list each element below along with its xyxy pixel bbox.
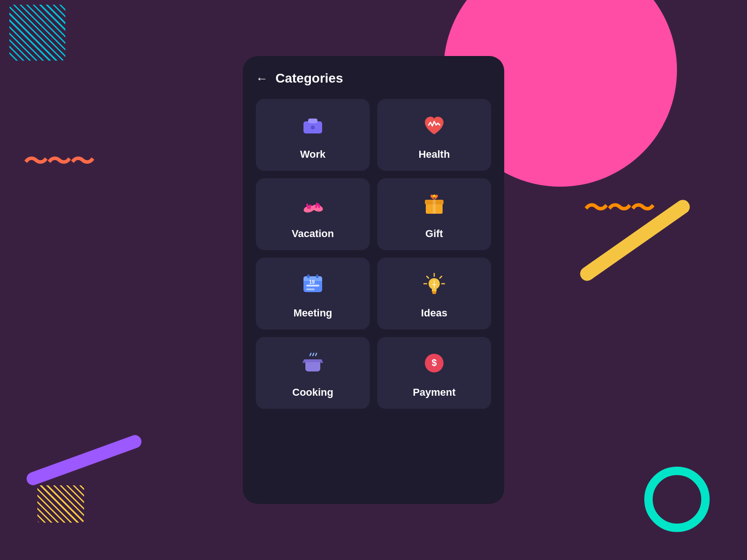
svg-rect-20 (306, 288, 315, 290)
svg-rect-34 (320, 361, 323, 363)
deco-wave-red: 〜〜〜 (23, 149, 93, 174)
svg-rect-33 (303, 361, 305, 363)
deco-purple-stick (25, 433, 143, 487)
category-card-ideas[interactable]: Ideas (377, 258, 491, 329)
svg-rect-27 (432, 291, 437, 293)
category-card-meeting[interactable]: 19 Meeting (256, 258, 370, 329)
deco-blue-hatch (9, 5, 65, 61)
deco-teal-circle (644, 467, 710, 532)
svg-text:19: 19 (309, 279, 315, 285)
page-title: Categories (275, 71, 343, 86)
work-icon (300, 112, 326, 142)
svg-line-23 (440, 276, 442, 278)
deco-yellow-stick (578, 197, 693, 283)
cooking-icon (300, 350, 326, 380)
header: ← Categories (256, 71, 491, 86)
svg-rect-28 (432, 293, 436, 294)
svg-rect-18 (316, 274, 318, 278)
svg-rect-19 (306, 285, 319, 287)
category-card-vacation[interactable]: Vacation (256, 178, 370, 250)
payment-label: Payment (413, 386, 456, 399)
svg-point-13 (433, 195, 436, 197)
health-icon (421, 112, 447, 142)
vacation-icon (300, 191, 326, 221)
svg-rect-17 (307, 274, 310, 278)
svg-line-25 (427, 276, 429, 278)
ideas-icon (421, 271, 447, 301)
vacation-label: Vacation (292, 228, 334, 240)
svg-rect-1 (308, 119, 317, 123)
cooking-label: Cooking (292, 386, 333, 399)
phone-container: ← Categories Work (243, 56, 504, 504)
svg-text:$: $ (431, 357, 437, 368)
ideas-label: Ideas (421, 307, 447, 319)
category-card-cooking[interactable]: Cooking (256, 337, 370, 409)
gift-icon (421, 191, 447, 221)
deco-wave-orange: 〜〜〜 (584, 196, 654, 220)
categories-grid: Work Health (256, 99, 491, 409)
gift-label: Gift (425, 228, 443, 240)
category-card-health[interactable]: Health (377, 99, 491, 171)
meeting-icon: 19 (300, 271, 326, 301)
back-button[interactable]: ← (256, 72, 268, 84)
category-card-work[interactable]: Work (256, 99, 370, 171)
work-label: Work (300, 148, 326, 161)
health-label: Health (418, 148, 450, 161)
svg-rect-32 (303, 359, 322, 362)
meeting-label: Meeting (293, 307, 332, 319)
category-card-gift[interactable]: Gift (377, 178, 491, 250)
deco-yellow-hatch (37, 485, 84, 523)
payment-icon: $ (421, 350, 447, 380)
category-card-payment[interactable]: $ Payment (377, 337, 491, 409)
svg-rect-3 (311, 127, 315, 129)
svg-rect-12 (433, 200, 436, 214)
